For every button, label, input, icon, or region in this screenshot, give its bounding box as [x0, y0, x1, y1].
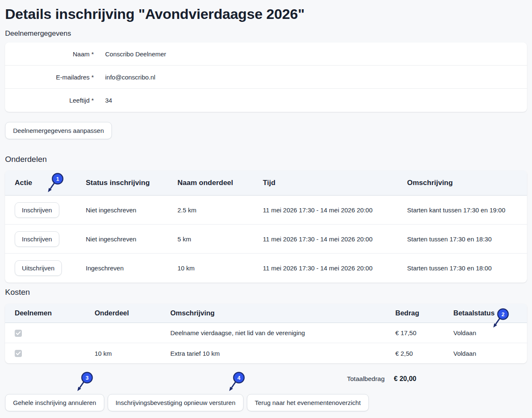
cost-amount: € 2,50 [395, 350, 453, 357]
part-name: 2.5 km [177, 206, 263, 214]
table-row: Inschrijven Niet ingeschreven 2.5 km 11 … [5, 196, 527, 225]
participant-section-heading: Deelnemergegevens [5, 29, 71, 38]
payment-status: Voldaan [453, 329, 527, 336]
table-row: Uitschrijven Ingeschreven 10 km 11 mei 2… [5, 254, 527, 283]
costs-table: Deelnemen Onderdeel Omschrijving Bedrag … [5, 304, 527, 363]
footer-actions: Gehele inschrijving annuleren Inschrijvi… [5, 394, 369, 411]
column-header-amount: Bedrag [395, 309, 453, 317]
column-header-status: Status inschrijving [86, 179, 177, 187]
name-field-label: Naam * [5, 50, 94, 58]
part-time: 11 mei 2026 17:30 - 14 mei 2026 20:00 [263, 265, 407, 272]
email-field-value: info@conscribo.nl [94, 74, 527, 81]
column-header-time: Tijd [263, 179, 407, 187]
column-header-payment-status: Betaalstatus [453, 309, 527, 317]
payment-status: Voldaan [453, 350, 527, 357]
participant-field-row: Naam * Conscribo Deelnemer [5, 42, 527, 66]
name-field-value: Conscribo Deelnemer [94, 50, 527, 58]
participate-checkbox[interactable] [15, 350, 22, 357]
totals-row: Totaalbedrag € 20,00 [0, 375, 532, 383]
edit-participant-button[interactable]: Deelnemergegevens aanpassen [5, 122, 112, 139]
subscribe-button[interactable]: Inschrijven [15, 231, 59, 247]
participant-field-row: E-mailadres * info@conscribo.nl [5, 66, 527, 89]
page-title: Details inschrijving "Avondvierdaagse 20… [5, 6, 304, 22]
total-amount-label: Totaalbedrag [347, 375, 385, 383]
participate-checkbox[interactable] [15, 330, 22, 337]
part-time: 11 mei 2026 17:30 - 14 mei 2026 20:00 [263, 235, 407, 243]
cost-description: Extra tarief 10 km [170, 350, 395, 357]
email-field-label: E-mailadres * [5, 74, 94, 81]
part-time: 11 mei 2026 17:30 - 14 mei 2026 20:00 [263, 206, 407, 214]
cancel-registration-button[interactable]: Gehele inschrijving annuleren [5, 394, 104, 411]
column-header-part-name: Naam onderdeel [177, 179, 263, 187]
parts-table-header: Actie Status inschrijving Naam onderdeel… [5, 170, 527, 196]
part-description: Starten kant tussen 17:30 en 19:00 [407, 206, 527, 214]
back-to-events-button[interactable]: Terug naar het evenementenoverzicht [247, 394, 369, 411]
cost-description: Deelname vierdaagse, niet lid van de ver… [170, 329, 395, 336]
costs-table-header: Deelnemen Onderdeel Omschrijving Bedrag … [5, 304, 527, 323]
column-header-participate: Deelnemen [15, 309, 95, 317]
registration-status: Niet ingeschreven [86, 235, 177, 243]
unsubscribe-button[interactable]: Uitschrijven [15, 260, 62, 276]
registration-status: Ingeschreven [86, 265, 177, 272]
registration-status: Niet ingeschreven [86, 206, 177, 214]
column-header-action: Actie [15, 179, 86, 187]
table-row: Inschrijven Niet ingeschreven 5 km 11 me… [5, 225, 527, 254]
part-name: 5 km [177, 235, 263, 243]
table-row: 10 km Extra tarief 10 km € 2,50 Voldaan [5, 343, 527, 363]
column-header-part: Onderdeel [95, 309, 170, 317]
age-field-label: Leeftijd * [5, 97, 94, 104]
costs-section-heading: Kosten [5, 288, 30, 297]
subscribe-button[interactable]: Inschrijven [15, 202, 59, 218]
part-description: Starten tussen 17:30 en 18:00 [407, 265, 527, 272]
participant-details-card: Naam * Conscribo Deelnemer E-mailadres *… [5, 42, 527, 112]
cost-part: 10 km [95, 350, 170, 357]
parts-table: Actie Status inschrijving Naam onderdeel… [5, 170, 527, 283]
column-header-description: Omschrijving [407, 179, 527, 187]
table-row: Deelname vierdaagse, niet lid van de ver… [5, 323, 527, 343]
part-description: Starten tussen 17:30 en 18:30 [407, 235, 527, 243]
checkmark-icon [16, 331, 21, 335]
checkmark-icon [16, 352, 21, 355]
participant-field-row: Leeftijd * 34 [5, 89, 527, 112]
cost-amount: € 17,50 [395, 329, 453, 336]
column-header-description: Omschrijving [170, 309, 395, 317]
age-field-value: 34 [94, 97, 527, 104]
parts-section-heading: Onderdelen [5, 155, 47, 164]
part-name: 10 km [177, 265, 263, 272]
total-amount-value: € 20,00 [394, 375, 416, 383]
resend-confirmation-button[interactable]: Inschrijvingsbevestiging opnieuw verstur… [108, 394, 244, 411]
